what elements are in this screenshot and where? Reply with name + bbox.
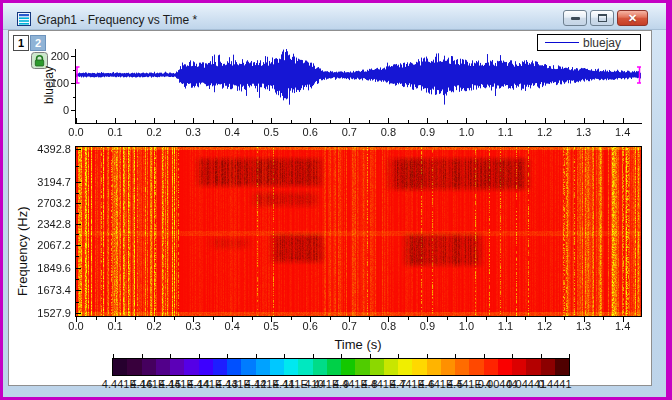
wave-x-tick-label: 0.1	[101, 126, 129, 138]
colorbar-tick	[541, 354, 542, 358]
colorbar-tick	[398, 354, 399, 358]
spec-y-tick	[76, 149, 81, 150]
wave-y-tick	[71, 110, 75, 111]
wave-x-minor-tick	[564, 120, 565, 123]
spec-y-tick-label: 4392.8	[30, 143, 71, 155]
wave-x-minor-tick	[330, 120, 331, 123]
wave-x-tick-label: 1.2	[531, 126, 559, 138]
spec-x-tick-label: 0.6	[296, 320, 324, 332]
waveform-plot[interactable]	[76, 49, 641, 123]
spec-x-minor-tick	[369, 317, 370, 320]
wave-x-tick	[193, 118, 194, 123]
wave-x-tick-label: 0.6	[296, 126, 324, 138]
minimize-icon	[571, 17, 580, 20]
colorbar-tick	[227, 354, 228, 358]
colorbar-segment	[241, 359, 255, 375]
colorbar-tick	[569, 354, 570, 358]
spec-y-minor-tick	[76, 279, 79, 280]
wave-x-minor-tick	[603, 120, 604, 123]
colorbar-segment	[256, 359, 270, 375]
colorbar-segment	[199, 359, 213, 375]
colorbar-segment	[313, 359, 327, 375]
colorbar-tick	[142, 354, 143, 358]
wave-x-tick	[271, 118, 272, 123]
colorbar-segment	[370, 359, 384, 375]
restore-button[interactable]	[590, 10, 614, 26]
layer-button-2[interactable]: 2	[30, 35, 46, 51]
colorbar-segment	[184, 359, 198, 375]
colorbar-segment	[284, 359, 298, 375]
colorbar-segment	[142, 359, 156, 375]
wave-x-tick	[466, 118, 467, 123]
colorbar-segment	[412, 359, 426, 375]
spec-x-minor-tick	[174, 317, 175, 320]
wave-y-minor-tick	[73, 97, 75, 98]
wave-x-tick	[506, 118, 507, 123]
spec-y-tick	[76, 313, 81, 314]
wave-x-tick-label: 1.0	[452, 126, 480, 138]
colorbar[interactable]	[112, 358, 570, 376]
wave-y-tick	[71, 83, 75, 84]
wave-x-tick-label: 1.1	[492, 126, 520, 138]
wave-y-minor-tick	[73, 70, 75, 71]
minimize-button[interactable]	[563, 10, 587, 26]
spec-x-minor-tick	[96, 317, 97, 320]
wave-x-tick	[76, 118, 77, 123]
colorbar-tick	[313, 354, 314, 358]
spec-x-tick-label: 0.2	[140, 320, 168, 332]
colorbar-segment	[355, 359, 369, 375]
wave-x-minor-tick	[291, 120, 292, 123]
wave-x-tick	[115, 118, 116, 123]
wave-x-minor-tick	[447, 120, 448, 123]
spec-y-tick-label: 1527.9	[30, 307, 71, 319]
colorbar-segment	[327, 359, 341, 375]
colorbar-segment	[227, 359, 241, 375]
wave-x-minor-tick	[525, 120, 526, 123]
legend-line-sample	[545, 42, 579, 43]
colorbar-segment	[455, 359, 469, 375]
wave-x-tick	[427, 118, 428, 123]
spec-x-minor-tick	[525, 317, 526, 320]
close-button[interactable]: ✕	[617, 10, 648, 26]
colorbar-segment	[441, 359, 455, 375]
spec-y-tick-label: 1849.6	[30, 262, 71, 274]
waveform-x-axis-line	[75, 123, 642, 124]
spec-y-minor-tick	[76, 193, 79, 194]
wave-x-tick-label: 0.9	[413, 126, 441, 138]
spec-x-tick-label: 1.4	[609, 320, 637, 332]
wave-x-tick	[310, 118, 311, 123]
spectrogram-plot[interactable]	[76, 147, 641, 316]
wave-x-tick-label: 0.5	[257, 126, 285, 138]
spec-x-tick-label: 0.7	[335, 320, 363, 332]
spec-x-tick-label: 0.5	[257, 320, 285, 332]
colorbar-segment	[127, 359, 141, 375]
spec-y-tick-label: 1673.4	[30, 284, 71, 296]
wave-x-minor-tick	[486, 120, 487, 123]
colorbar-tick	[284, 354, 285, 358]
wave-x-tick-label: 0.0	[62, 126, 90, 138]
layer-button-1[interactable]: 1	[13, 35, 29, 51]
spec-y-tick	[76, 268, 81, 269]
colorbar-segment	[541, 359, 555, 375]
colorbar-tick	[113, 354, 114, 358]
legend[interactable]: bluejay	[537, 34, 641, 51]
wave-x-tick-label: 1.3	[570, 126, 598, 138]
spectrogram-x-axis-title: Time (s)	[258, 337, 458, 352]
wave-x-minor-tick	[408, 120, 409, 123]
colorbar-segment	[469, 359, 483, 375]
wave-x-minor-tick	[369, 120, 370, 123]
spectrogram-y-axis-title: Frequency (Hz)	[15, 171, 30, 331]
spec-x-minor-tick	[603, 317, 604, 320]
spec-y-tick	[76, 203, 81, 204]
wave-x-tick-label: 0.7	[335, 126, 363, 138]
spec-y-minor-tick	[76, 213, 79, 214]
spec-x-tick-label: 1.3	[570, 320, 598, 332]
colorbar-label: 0.4441	[538, 378, 572, 390]
spec-y-tick-label: 2342.8	[30, 218, 71, 230]
spec-x-tick-label: 1.1	[492, 320, 520, 332]
spec-x-tick-label: 0.9	[413, 320, 441, 332]
colorbar-segment	[270, 359, 284, 375]
colorbar-tick	[370, 354, 371, 358]
restore-icon	[598, 14, 607, 22]
spec-x-tick-label: 0.1	[101, 320, 129, 332]
